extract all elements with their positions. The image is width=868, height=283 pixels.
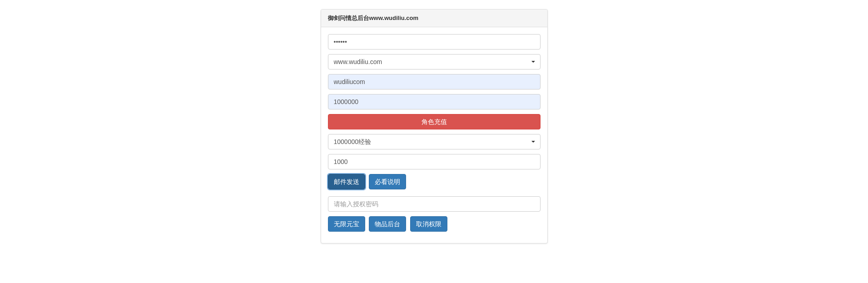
username-input[interactable] — [328, 74, 541, 89]
unlimited-gold-button[interactable]: 无限元宝 — [328, 216, 365, 232]
panel-title: 御剑问情总后台www.wudiliu.com — [328, 15, 419, 21]
admin-panel: 御剑问情总后台www.wudiliu.com www.wudiliu.com 角… — [321, 9, 548, 243]
panel-header: 御剑问情总后台www.wudiliu.com — [321, 10, 547, 27]
exp-amount-input[interactable] — [328, 154, 541, 169]
send-mail-button[interactable]: 邮件发送 — [328, 174, 365, 189]
recharge-button[interactable]: 角色充值 — [328, 114, 541, 129]
must-read-button[interactable]: 必看说明 — [369, 174, 406, 189]
amount-input[interactable] — [328, 94, 541, 109]
password-input[interactable] — [328, 34, 541, 50]
panel-body: www.wudiliu.com 角色充值 1000000经验 邮件发送 必看说明 — [321, 27, 547, 243]
auth-password-input[interactable] — [328, 196, 541, 212]
experience-select[interactable]: 1000000经验 — [328, 134, 541, 149]
cancel-auth-button[interactable]: 取消权限 — [410, 216, 447, 232]
item-backend-button[interactable]: 物品后台 — [369, 216, 406, 232]
server-select[interactable]: www.wudiliu.com — [328, 54, 541, 70]
